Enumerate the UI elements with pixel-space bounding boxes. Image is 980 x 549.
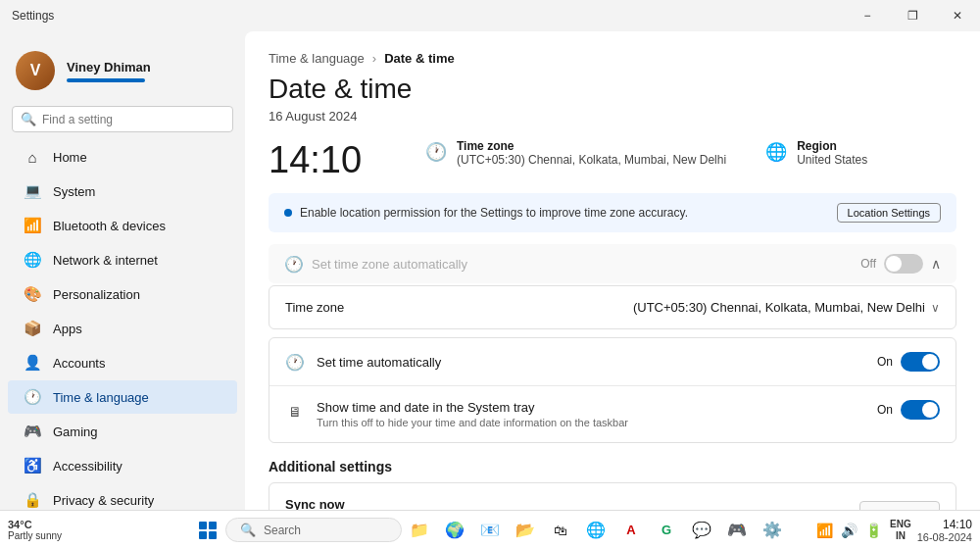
taskbar-app-acrobat[interactable]: A <box>615 515 647 546</box>
sidebar-item-gaming[interactable]: 🎮 Gaming <box>8 415 237 448</box>
nav-icon-time-language: 🕐 <box>24 388 41 406</box>
timezone-dropdown[interactable]: (UTC+05:30) Chennai, Kolkata, Mumbai, Ne… <box>633 300 940 315</box>
sync-title: Sync now <box>285 497 859 510</box>
sidebar-item-privacy[interactable]: 🔒 Privacy & security <box>8 483 237 510</box>
taskbar-left: 34°C Partly sunny <box>8 519 62 541</box>
search-input[interactable] <box>42 113 224 126</box>
start-button[interactable] <box>192 515 223 546</box>
timezone-value: (UTC+05:30) Chennai, Kolkata, Mumbai, Ne… <box>457 153 726 167</box>
nav-label-accounts: Accounts <box>53 356 105 371</box>
restore-button[interactable]: ❐ <box>890 0 935 31</box>
close-button[interactable]: ✕ <box>935 0 980 31</box>
clock-auto-icon: 🕐 <box>285 352 305 372</box>
timezone-dropdown-row: Time zone (UTC+05:30) Chennai, Kolkata, … <box>270 286 956 328</box>
system-tray-text: Show time and date in the System tray Tu… <box>317 400 865 428</box>
timezone-row-label: Time zone <box>285 300 344 315</box>
nav-label-apps: Apps <box>53 322 82 336</box>
avatar[interactable]: V <box>16 51 55 90</box>
set-time-auto-row: 🕐 Set time automatically On <box>270 338 956 385</box>
info-banner-content: Enable location permission for the Setti… <box>284 206 688 220</box>
taskbar-app-store[interactable]: 🛍 <box>545 515 576 546</box>
titlebar-title: Settings <box>12 9 54 23</box>
profile-info: Viney Dhiman <box>67 60 151 82</box>
nav-icon-gaming: 🎮 <box>24 423 41 440</box>
sidebar-item-accounts[interactable]: 👤 Accounts <box>8 346 237 379</box>
taskbar-app-files[interactable]: 📁 <box>404 515 435 546</box>
main-content: Time & language › Date & time Date & tim… <box>245 31 980 510</box>
timezone-expand-chevron[interactable]: ∧ <box>931 256 941 272</box>
sidebar-item-accessibility[interactable]: ♿ Accessibility <box>8 449 237 482</box>
system-tray-row: 🖥 Show time and date in the System tray … <box>270 385 956 442</box>
system-tray-label: Show time and date in the System tray <box>317 400 865 415</box>
nav-icon-bluetooth: 📶 <box>24 217 41 234</box>
taskbar-app-explorer[interactable]: 📂 <box>510 515 541 546</box>
page-title: Date & time <box>269 74 956 105</box>
taskbar-right: 📶 🔊 🔋 ENGIN 14:10 16-08-2024 <box>814 518 972 543</box>
taskbar-search-icon: 🔍 <box>240 523 256 537</box>
taskbar-search-text: Search <box>264 524 301 537</box>
titlebar: Settings − ❐ ✕ <box>0 0 980 31</box>
taskbar-app-sheets[interactable]: G <box>651 515 682 546</box>
nav-label-privacy: Privacy & security <box>53 493 154 508</box>
taskbar-app-settings[interactable]: ⚙️ <box>757 515 788 546</box>
timezone-info: 🕐 Time zone (UTC+05:30) Chennai, Kolkata… <box>425 139 726 167</box>
volume-tray-icon[interactable]: 🔊 <box>839 521 859 540</box>
win-tile-2 <box>209 522 217 529</box>
region-value: United States <box>797 153 867 167</box>
taskbar-app-chat[interactable]: 💬 <box>686 515 717 546</box>
set-timezone-auto-toggle[interactable] <box>884 254 923 274</box>
minimize-button[interactable]: − <box>845 0 890 31</box>
system-tray-state: On <box>877 403 893 417</box>
avatar-initial: V <box>30 62 41 79</box>
sidebar: V Viney Dhiman 🔍 ⌂ Home 💻 System 📶 Bluet… <box>0 31 245 510</box>
region-info: 🌐 Region United States <box>765 139 867 167</box>
sync-now-button[interactable]: Sync now <box>859 501 940 510</box>
sidebar-item-personalization[interactable]: 🎨 Personalization <box>8 277 237 311</box>
breadcrumb-parent: Time & language <box>269 51 365 66</box>
sidebar-item-apps[interactable]: 📦 Apps <box>8 312 237 345</box>
sidebar-item-network[interactable]: 🌐 Network & internet <box>8 243 237 276</box>
network-tray-icon[interactable]: 📶 <box>814 521 835 540</box>
win-tile-1 <box>199 522 207 529</box>
nav-label-personalization: Personalization <box>53 287 140 302</box>
search-box[interactable]: 🔍 <box>12 106 233 132</box>
location-settings-button[interactable]: Location Settings <box>837 203 941 223</box>
taskbar-app-mail[interactable]: 📧 <box>474 515 506 546</box>
weather-info[interactable]: 34°C Partly sunny <box>8 519 62 541</box>
set-timezone-auto-label: Set time zone automatically <box>312 257 467 272</box>
timezone-dropdown-value: (UTC+05:30) Chennai, Kolkata, Mumbai, Ne… <box>633 300 925 315</box>
taskbar-app-game[interactable]: 🎮 <box>721 515 753 546</box>
sidebar-item-bluetooth[interactable]: 📶 Bluetooth & devices <box>8 209 237 242</box>
nav-icon-apps: 📦 <box>24 320 41 337</box>
nav-icon-system: 💻 <box>24 182 41 200</box>
set-time-auto-toggle[interactable] <box>901 352 940 372</box>
nav-label-home: Home <box>53 150 87 165</box>
win-tile-4 <box>209 531 217 539</box>
weather-condition: Partly sunny <box>8 530 62 541</box>
timezone-dropdown-card: Time zone (UTC+05:30) Chennai, Kolkata, … <box>269 285 956 329</box>
timezone-icon: 🕐 <box>425 141 447 163</box>
nav-label-time-language: Time & language <box>53 390 149 405</box>
profile-section: V Viney Dhiman <box>0 39 245 98</box>
set-timezone-auto-row: 🕐 Set time zone automatically Off ∧ <box>269 244 956 283</box>
clock-display[interactable]: 14:10 16-08-2024 <box>917 518 972 543</box>
system-tray-toggle[interactable] <box>901 400 940 420</box>
nav-label-gaming: Gaming <box>53 424 98 439</box>
breadcrumb-current: Date & time <box>384 51 455 66</box>
battery-tray-icon[interactable]: 🔋 <box>863 521 884 540</box>
timezone-label: Time zone <box>457 139 726 153</box>
sync-card: Sync now Last successful time synchroniz… <box>269 482 956 510</box>
app-container: V Viney Dhiman 🔍 ⌂ Home 💻 System 📶 Bluet… <box>0 31 980 510</box>
profile-bar <box>67 78 145 82</box>
sidebar-item-system[interactable]: 💻 System <box>8 175 237 208</box>
taskbar-app-browser[interactable]: 🌍 <box>439 515 470 546</box>
taskbar-center: 🔍 Search 📁 🌍 📧 📂 🛍 🌐 A G 💬 🎮 ⚙️ <box>192 515 788 546</box>
system-tray-icons: 📶 🔊 🔋 <box>814 521 884 540</box>
sidebar-item-home[interactable]: ⌂ Home <box>8 140 237 174</box>
sidebar-item-time-language[interactable]: 🕐 Time & language <box>8 380 237 414</box>
taskbar-app-edge[interactable]: 🌐 <box>580 515 612 546</box>
language-indicator[interactable]: ENGIN <box>890 519 911 542</box>
info-dot <box>284 209 292 217</box>
taskbar-search[interactable]: 🔍 Search <box>225 518 402 542</box>
additional-settings-label: Additional settings <box>269 459 956 474</box>
